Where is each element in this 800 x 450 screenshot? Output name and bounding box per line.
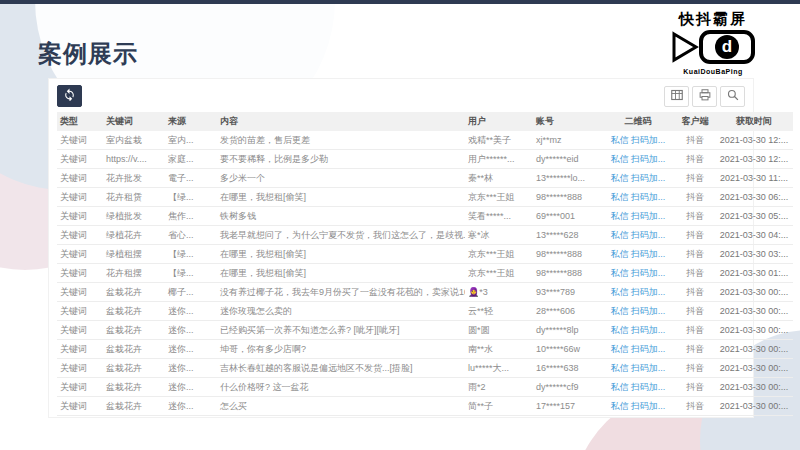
cell-qr-links: 私信扫码加... (601, 226, 675, 245)
private-message-link[interactable]: 私信 (611, 249, 629, 259)
cell-source: 【绿... (165, 264, 217, 283)
cell-content: 什么价格呀? 这一盆花 (217, 378, 465, 397)
scan-code-add-link[interactable]: 扫码加... (631, 192, 666, 202)
cell-type: 关键词 (57, 245, 103, 264)
private-message-link[interactable]: 私信 (611, 363, 629, 373)
private-message-link[interactable]: 私信 (611, 325, 629, 335)
cell-fetch-time: 2021-03-30 06:... (715, 188, 793, 207)
cell-user: 寒*冰 (465, 226, 533, 245)
cell-client: 抖音 (675, 188, 715, 207)
table-row: 关键词 盆栽花卉 迷你... 怎么买 简**子 17****157 私信扫码加.… (57, 397, 793, 416)
cell-keyword: 盆栽花卉 (103, 378, 165, 397)
private-message-link[interactable]: 私信 (611, 230, 629, 240)
scan-code-add-link[interactable]: 扫码加... (631, 230, 666, 240)
cell-source: 電子... (165, 169, 217, 188)
table-row: 关键词 绿植批发 焦作... 铁树多钱 笑看*****... 69****001… (57, 207, 793, 226)
cell-account: 13*****628 (533, 226, 601, 245)
column-header-2: 来源 (165, 112, 217, 131)
private-message-link[interactable]: 私信 (611, 173, 629, 183)
scan-code-add-link[interactable]: 扫码加... (631, 173, 666, 183)
cell-fetch-time: 2021-03-30 00:... (715, 283, 793, 302)
private-message-link[interactable]: 私信 (611, 401, 629, 411)
table-header-row: 类型关键词来源内容用户账号二维码客户端获取时间 (57, 112, 793, 131)
cell-client: 抖音 (675, 283, 715, 302)
private-message-link[interactable]: 私信 (611, 344, 629, 354)
cell-user: 京东***王姐 (465, 245, 533, 264)
scan-code-add-link[interactable]: 扫码加... (631, 249, 666, 259)
cell-type: 关键词 (57, 359, 103, 378)
scan-code-add-link[interactable]: 扫码加... (631, 382, 666, 392)
cell-type: 关键词 (57, 188, 103, 207)
scan-code-add-link[interactable]: 扫码加... (631, 401, 666, 411)
table-row: 关键词 https://v.... 家庭... 要不要稀释，比例是多少勒 用户*… (57, 150, 793, 169)
cell-client: 抖音 (675, 302, 715, 321)
private-message-link[interactable]: 私信 (611, 382, 629, 392)
camcorder-logo-icon: d (638, 28, 788, 70)
cell-content: 怎么买 (217, 397, 465, 416)
cell-keyword: 花卉租赁 (103, 188, 165, 207)
search-button[interactable] (720, 86, 745, 107)
cell-account: dy******8lp (533, 321, 601, 340)
private-message-link[interactable]: 私信 (611, 287, 629, 297)
cell-source: 省心... (165, 226, 217, 245)
table-row: 关键词 花卉租赁 【绿... 在哪里，我想租[偷笑] 京东***王姐 98***… (57, 188, 793, 207)
scan-code-add-link[interactable]: 扫码加... (631, 135, 666, 145)
cell-account: 28****606 (533, 302, 601, 321)
scan-code-add-link[interactable]: 扫码加... (631, 287, 666, 297)
private-message-link[interactable]: 私信 (611, 306, 629, 316)
cell-keyword: 盆栽花卉 (103, 397, 165, 416)
scan-code-add-link[interactable]: 扫码加... (631, 325, 666, 335)
cell-user: 京东***王姐 (465, 264, 533, 283)
cell-account: dy******eid (533, 150, 601, 169)
cell-client: 抖音 (675, 131, 715, 150)
table-row: 关键词 盆栽花卉 迷你... 已经购买第一次养不知道怎么养? [呲牙][呲牙] … (57, 321, 793, 340)
cell-fetch-time: 2021-03-30 00:... (715, 359, 793, 378)
cell-keyword: 绿植花卉 (103, 226, 165, 245)
refresh-button[interactable] (57, 85, 82, 107)
table-header: 类型关键词来源内容用户账号二维码客户端获取时间 (57, 112, 793, 131)
scan-code-add-link[interactable]: 扫码加... (631, 154, 666, 164)
cell-keyword: 盆栽花卉 (103, 283, 165, 302)
cell-source: 迷你... (165, 397, 217, 416)
cell-content: 多少米一个 (217, 169, 465, 188)
private-message-link[interactable]: 私信 (611, 154, 629, 164)
cases-table: 类型关键词来源内容用户账号二维码客户端获取时间 关键词 室内盆栽 室内... 发… (57, 112, 793, 416)
refresh-icon (63, 88, 76, 104)
cell-content: 我老早就想问了，为什么宁夏不发货，我们这怎么了，是歧视... (217, 226, 465, 245)
cell-keyword: https://v.... (103, 150, 165, 169)
cell-keyword: 盆栽花卉 (103, 321, 165, 340)
columns-toggle-button[interactable] (664, 86, 689, 107)
private-message-link[interactable]: 私信 (611, 135, 629, 145)
private-message-link[interactable]: 私信 (611, 211, 629, 221)
cell-keyword: 花卉批发 (103, 169, 165, 188)
private-message-link[interactable]: 私信 (611, 268, 629, 278)
cell-account: 10*****66w (533, 340, 601, 359)
scan-code-add-link[interactable]: 扫码加... (631, 344, 666, 354)
brand-name: 快抖霸屏 (638, 10, 788, 27)
cell-client: 抖音 (675, 245, 715, 264)
cell-qr-links: 私信扫码加... (601, 264, 675, 283)
scan-code-add-link[interactable]: 扫码加... (631, 268, 666, 278)
cell-client: 抖音 (675, 150, 715, 169)
private-message-link[interactable]: 私信 (611, 192, 629, 202)
column-header-6: 二维码 (601, 112, 675, 131)
cell-user: 圆*圆 (465, 321, 533, 340)
cell-source: 椰子... (165, 283, 217, 302)
cell-qr-links: 私信扫码加... (601, 245, 675, 264)
cell-content: 在哪里，我想租[偷笑] (217, 188, 465, 207)
cell-user: 雨*2 (465, 378, 533, 397)
page-title: 案例展示 (38, 38, 138, 70)
cell-qr-links: 私信扫码加... (601, 188, 675, 207)
scan-code-add-link[interactable]: 扫码加... (631, 363, 666, 373)
cell-user: 京东***王姐 (465, 188, 533, 207)
scan-code-add-link[interactable]: 扫码加... (631, 211, 666, 221)
cell-keyword: 绿植批发 (103, 207, 165, 226)
cell-account: 16*****638 (533, 359, 601, 378)
cell-fetch-time: 2021-03-30 11:... (715, 169, 793, 188)
print-button[interactable] (692, 86, 717, 107)
cell-content: 发货的苗差，售后更差 (217, 131, 465, 150)
cell-type: 关键词 (57, 321, 103, 340)
cell-client: 抖音 (675, 226, 715, 245)
scan-code-add-link[interactable]: 扫码加... (631, 306, 666, 316)
table-row: 关键词 花卉批发 電子... 多少米一个 秦**林 13*******lo...… (57, 169, 793, 188)
